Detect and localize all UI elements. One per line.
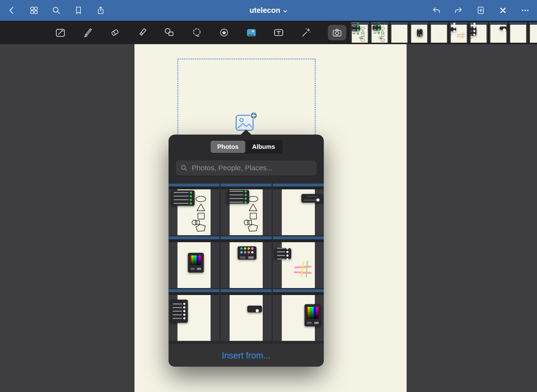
search-icon[interactable] — [51, 5, 61, 15]
chevron-down-icon — [283, 6, 288, 15]
mini-navbar — [221, 236, 272, 242]
mini-popup — [171, 190, 195, 206]
redo-icon[interactable] — [453, 5, 464, 15]
page-thumbnail-strip — [351, 22, 537, 43]
mini-page — [391, 25, 408, 43]
mini-popup — [373, 25, 381, 30]
document-title[interactable]: utelecon — [249, 6, 287, 15]
shapes-icon[interactable] — [162, 25, 177, 40]
mini-page — [431, 25, 447, 43]
mini-popup — [301, 194, 323, 203]
mini-toggle-dots — [204, 243, 209, 246]
page-thumbnail[interactable] — [450, 22, 468, 43]
photo-thumbnail[interactable] — [273, 184, 324, 235]
tool-bar — [0, 21, 537, 44]
photo-grid — [169, 184, 324, 341]
mini-navbar — [529, 22, 537, 25]
page-thumbnail[interactable] — [469, 22, 488, 43]
pen-icon[interactable] — [80, 25, 95, 40]
photo-picker-popover: Photos Albums Insert from... — [169, 135, 324, 367]
page-highlighter-strokes — [455, 27, 466, 42]
insert-from-button[interactable]: Insert from... — [169, 344, 324, 367]
close-icon[interactable] — [498, 5, 508, 15]
mini-navbar — [221, 184, 272, 189]
tab-photos[interactable]: Photos — [211, 141, 245, 153]
mini-popup — [188, 253, 204, 272]
document-title-text: utelecon — [249, 6, 280, 15]
photo-thumbnail[interactable] — [221, 289, 272, 341]
mini-popup — [170, 300, 188, 323]
eraser-icon[interactable] — [107, 25, 123, 40]
mini-toggle-dots — [305, 243, 313, 246]
undo-icon[interactable] — [431, 5, 441, 15]
mini-navbar — [169, 184, 219, 189]
insert-from-label: Insert from... — [222, 351, 270, 361]
lasso-icon[interactable] — [189, 25, 205, 40]
page-thumbnail[interactable] — [489, 22, 508, 43]
photos-albums-segmented-control: Photos Albums — [210, 140, 283, 154]
photo-thumbnail[interactable] — [273, 289, 324, 341]
photo-thumbnail[interactable] — [169, 236, 219, 288]
mini-navbar — [430, 22, 448, 25]
photo-thumbnail[interactable] — [221, 236, 272, 288]
photo-thumbnail[interactable] — [169, 289, 219, 341]
highlighter-icon[interactable] — [134, 25, 150, 40]
photo-thumbnail[interactable] — [221, 184, 272, 235]
toolcase-icon[interactable] — [53, 25, 68, 40]
app-window: utelecon — [0, 0, 537, 392]
pointer-tool-icon[interactable] — [298, 25, 314, 40]
share-icon[interactable] — [96, 5, 106, 15]
mini-popup — [274, 248, 291, 259]
mini-navbar — [410, 22, 428, 25]
bookmark-icon[interactable] — [73, 5, 84, 15]
mini-page — [230, 295, 263, 341]
photo-search-input[interactable] — [191, 164, 312, 172]
mini-navbar — [169, 289, 219, 295]
popover-arrow — [240, 130, 252, 135]
elements-icon[interactable] — [216, 25, 232, 40]
mini-popup — [227, 190, 249, 204]
navbar-right-group — [431, 5, 530, 15]
image-tool-icon[interactable] — [244, 25, 259, 40]
text-tool-icon[interactable] — [271, 25, 286, 40]
page-thumbnail[interactable] — [351, 22, 369, 43]
photo-thumbnail[interactable] — [273, 236, 324, 288]
mini-popup — [450, 27, 456, 31]
mini-navbar — [489, 22, 508, 25]
page-highlighter-strokes — [290, 247, 314, 287]
camera-button[interactable] — [328, 25, 346, 40]
mini-popup — [417, 29, 423, 37]
mini-popup — [247, 306, 262, 312]
navigation-bar: utelecon — [0, 0, 537, 21]
mini-page — [510, 25, 526, 43]
page-thumbnail[interactable] — [370, 22, 389, 43]
mini-toggle-dots — [204, 296, 209, 298]
mini-toggle-dots — [253, 243, 261, 246]
grid-icon[interactable] — [29, 5, 39, 15]
mini-navbar — [169, 236, 219, 242]
page-thumbnail[interactable] — [390, 22, 409, 43]
page-thumbnail[interactable] — [430, 22, 448, 43]
add-page-icon[interactable] — [476, 5, 486, 15]
photo-search-field[interactable] — [176, 160, 317, 175]
back-icon[interactable] — [7, 5, 17, 15]
mini-popup — [238, 246, 256, 260]
page-thumbnail[interactable] — [509, 22, 527, 43]
mini-popup — [304, 304, 321, 326]
page-thumbnail[interactable] — [410, 22, 428, 43]
search-icon — [180, 164, 188, 172]
mini-popup — [352, 25, 360, 31]
more-icon[interactable] — [520, 5, 530, 15]
page-thumbnail[interactable] — [529, 22, 537, 43]
mini-navbar — [390, 22, 409, 25]
mini-navbar — [221, 289, 272, 295]
mini-navbar — [273, 289, 324, 295]
navbar-left-group — [7, 5, 106, 15]
mini-navbar — [273, 184, 324, 189]
photo-thumbnail[interactable] — [169, 184, 219, 235]
mini-popup — [500, 27, 507, 30]
mini-page — [530, 25, 537, 43]
mini-popup — [470, 27, 476, 36]
mini-navbar — [273, 236, 324, 242]
tab-albums[interactable]: Albums — [245, 141, 282, 153]
